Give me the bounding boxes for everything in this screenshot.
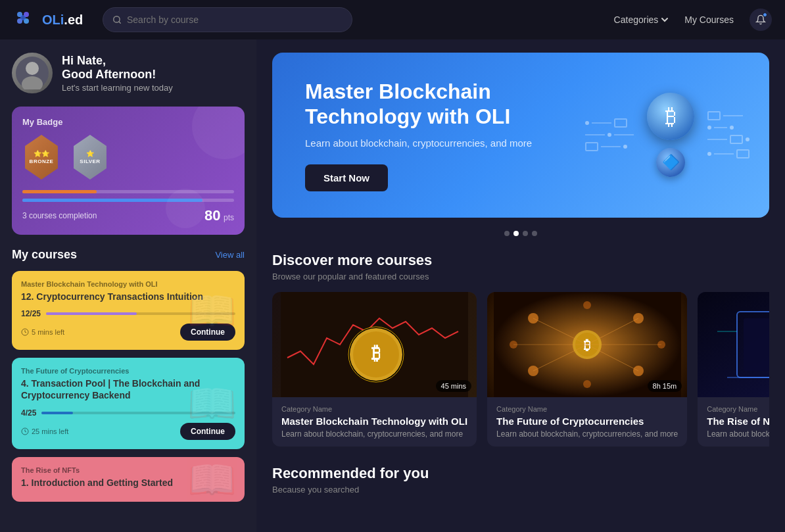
notification-dot [763,12,767,17]
greeting-name: Hi Nate, [62,54,173,68]
card-img-3: NFT [698,292,769,397]
card-name-3: The Rise of NFTs [707,416,769,427]
grid-card-1[interactable]: ₿ 45 mins Category Name Master Blockchai… [272,292,477,447]
badge-silver: ⭐ SILVER [71,135,109,180]
navbar: OLi.ed Categories My Courses [0,0,785,39]
time-left-2: 25 mins left [21,427,68,435]
categories-menu[interactable]: Categories [614,14,669,25]
clock-icon-1 [21,328,29,336]
badge-bronze: ⭐⭐ BRONZE [22,135,60,180]
badge-hex-bronze: ⭐⭐ BRONZE [22,135,60,180]
avatar [12,53,53,93]
dot-3[interactable] [523,231,528,236]
recommended-heading: Recommended for you [272,465,769,482]
my-courses-title: My courses [12,248,77,262]
recommended-sub: Because you searched [272,485,769,495]
grid-card-3[interactable]: NFT Category Name The Rise of NFTs Learn… [698,292,769,447]
card-name-1: Master Blockchain Technology with OLI [281,416,467,427]
hero-eth-icon: 🔷 [656,148,685,177]
clock-icon-2 [21,427,29,435]
hero-title: Master Blockchain Technology with OLI [305,79,581,130]
svg-text:₿: ₿ [584,338,590,352]
chevron-down-icon [661,16,669,24]
logo-text: OLi.ed [42,12,83,28]
sidebar: Hi Nate, Good Afternoon! Let's start lea… [0,39,256,532]
course-card-1: 📖 Master Blockchain Technology with OLI … [12,271,245,350]
user-info: Hi Nate, Good Afternoon! Let's start lea… [62,54,173,93]
course-card-3: 📖 The Rise of NFTs 1. Introduction and G… [12,457,245,502]
card-body-1: Category Name Master Blockchain Technolo… [272,397,477,447]
progress-bar-bg-1 [22,190,234,193]
pts-display: 80 pts [204,207,234,224]
progress-bar-orange [22,190,97,193]
svg-text:₿: ₿ [371,343,381,364]
logo[interactable]: OLi.ed [13,8,92,32]
card-img-2: ₿ [487,292,687,397]
recommended-section: Recommended for you Because you searched [272,465,769,495]
time-badge-2: 8h 15m [648,380,682,392]
card-body-3: Category Name The Rise of NFTs Learn abo… [698,397,769,447]
pts-value: 80 [204,207,220,224]
my-courses-header: My courses View all [12,248,245,262]
search-icon [112,15,122,24]
avatar-image [16,57,49,89]
svg-point-4 [20,15,26,20]
user-greeting: Hi Nate, Good Afternoon! Let's start lea… [12,53,245,93]
svg-point-8 [26,62,39,75]
hero-content: Master Blockchain Technology with OLI Le… [305,79,581,191]
greeting-time: Good Afternoon! [62,68,173,82]
discover-section: Discover more courses Browse our popular… [272,252,769,447]
svg-point-28 [583,380,591,388]
badge-hex-silver: ⭐ SILVER [71,135,109,180]
circuit-deco-right [707,111,749,158]
badge-card: My Badge ⭐⭐ BRONZE ⭐ SILVER [12,107,245,235]
progress-text-2: 4/25 [21,408,36,418]
card-category-2: Category Name [496,405,678,413]
time-badge-1: 45 mins [436,380,472,392]
grid-card-2[interactable]: ₿ [487,292,687,447]
book-deco-3: 📖 [187,457,237,502]
view-all-link[interactable]: View all [215,250,245,260]
dot-1[interactable] [504,231,510,236]
dot-4[interactable] [532,231,537,236]
card-body-2: Category Name The Future of Cryptocurren… [487,397,687,447]
hero-bitcoin-icon: ₿ [647,93,694,140]
svg-point-27 [583,301,591,309]
progress-fill-1 [46,312,137,315]
greeting-sub: Let's start learning new today [62,83,173,93]
main-content: Master Blockchain Technology with OLI Le… [256,39,785,532]
discover-sub: Browse our popular and featured courses [272,272,769,281]
time-left-1: 5 mins left [21,328,64,336]
progress-text-1: 12/25 [21,309,41,318]
my-courses-nav-link[interactable]: My Courses [684,14,734,25]
circuit-deco [585,118,634,151]
card-name-2: The Future of Cryptocurrencies [496,416,678,427]
courses-completion: 3 courses completion [22,211,97,220]
card-subtitle-2: The Future of Cryptocurrencies [21,367,235,375]
card-category-1: Category Name [281,405,467,413]
hero-decoration: ₿ 🔷 [585,53,749,218]
svg-rect-37 [744,318,769,371]
course-grid: ₿ 45 mins Category Name Master Blockchai… [272,292,769,447]
card-desc-2: Learn about blockchain, cryptocurrencies… [496,429,678,439]
hero-subtitle: Learn about blockchain, cryptocurrencies… [305,137,581,149]
notification-bell[interactable] [749,9,772,31]
nft-chart: NFT [698,292,769,397]
pts-label: pts [224,213,234,222]
discover-heading: Discover more courses [272,252,769,269]
search-input[interactable] [127,14,343,25]
card-img-1: ₿ 45 mins [272,292,477,397]
logo-icon [13,8,37,32]
hero-coins: ₿ 🔷 [647,93,694,177]
dot-2[interactable] [513,231,519,236]
search-bar[interactable] [103,7,352,32]
carousel-dots [272,231,769,236]
progress-fill-2 [41,412,72,414]
main-layout: Hi Nate, Good Afternoon! Let's start lea… [0,39,785,532]
card-desc-3: Learn about blockchain, crypto... [707,429,769,439]
badge-deco-circle-2 [166,189,205,228]
book-deco-1: 📖 [187,287,237,334]
card-category-3: Category Name [707,405,769,413]
start-now-button[interactable]: Start Now [305,164,388,191]
hero-banner: Master Blockchain Technology with OLI Le… [272,53,769,218]
